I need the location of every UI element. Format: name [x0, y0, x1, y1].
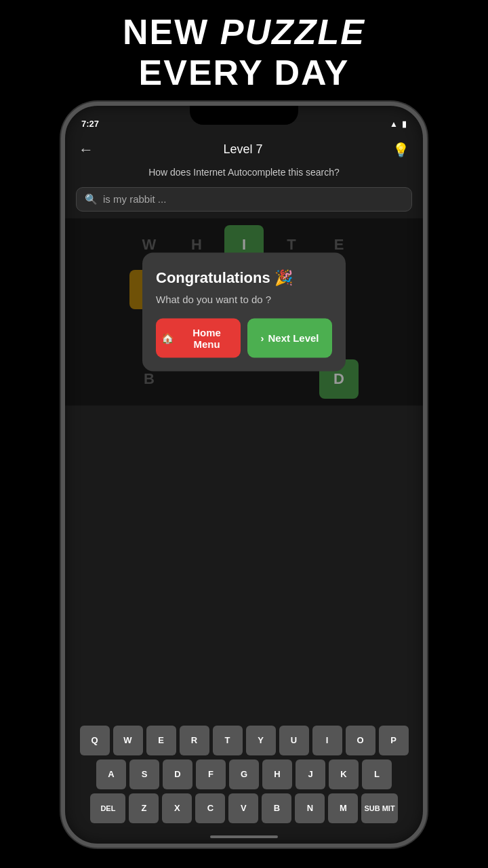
- keyboard-row-1: Q W E R T Y U I O P: [70, 726, 418, 755]
- status-icons: ▲ ▮: [390, 119, 407, 129]
- home-button-label: Home Menu: [178, 326, 235, 349]
- key-w[interactable]: W: [113, 726, 143, 755]
- home-menu-button[interactable]: 🏠 Home Menu: [156, 318, 241, 357]
- keyboard: Q W E R T Y U I O P A S D F G H J K L: [65, 726, 423, 823]
- search-text: is my rabbit ...: [103, 193, 166, 205]
- level-title: Level 7: [223, 142, 262, 157]
- congratulations-modal: Congratulations 🎉 What do you want to do…: [142, 252, 346, 371]
- key-e[interactable]: E: [146, 726, 176, 755]
- key-c[interactable]: C: [195, 793, 225, 823]
- key-z[interactable]: Z: [129, 793, 159, 823]
- key-del[interactable]: DEL: [90, 793, 125, 823]
- key-k[interactable]: K: [329, 760, 359, 789]
- key-r[interactable]: R: [180, 726, 209, 755]
- key-u[interactable]: U: [279, 726, 309, 755]
- modal-buttons: 🏠 Home Menu › Next Level: [156, 318, 332, 357]
- chevron-right-icon: ›: [260, 332, 264, 344]
- key-q[interactable]: Q: [80, 726, 110, 755]
- search-icon: 🔍: [85, 193, 98, 205]
- notch: [190, 106, 298, 125]
- key-b[interactable]: B: [262, 793, 291, 823]
- question-text: How does Internet Autocomplete this sear…: [65, 164, 423, 180]
- search-bar[interactable]: 🔍 is my rabbit ...: [76, 187, 412, 212]
- key-d[interactable]: D: [163, 760, 192, 789]
- key-y[interactable]: Y: [246, 726, 276, 755]
- key-n[interactable]: N: [295, 793, 325, 823]
- key-j[interactable]: J: [296, 760, 325, 789]
- back-button[interactable]: ←: [79, 141, 94, 159]
- key-s[interactable]: S: [129, 760, 159, 789]
- home-indicator: [210, 835, 278, 838]
- modal-title: Congratulations 🎉: [156, 269, 332, 286]
- wifi-icon: ▲: [390, 119, 398, 129]
- key-o[interactable]: O: [346, 726, 375, 755]
- battery-icon: ▮: [402, 119, 407, 129]
- home-icon: 🏠: [161, 332, 174, 344]
- key-x[interactable]: X: [162, 793, 192, 823]
- app-header: ← Level 7 💡: [65, 136, 423, 164]
- key-f[interactable]: F: [196, 760, 226, 789]
- key-h[interactable]: H: [262, 760, 292, 789]
- next-button-label: Next Level: [268, 332, 319, 344]
- key-a[interactable]: A: [96, 760, 126, 789]
- banner-line1-normal: NEW: [123, 12, 220, 52]
- modal-subtitle: What do you want to do ?: [156, 293, 332, 304]
- banner: NEW PUZZLE EVERY DAY: [0, 0, 488, 102]
- next-level-button[interactable]: › Next Level: [247, 318, 332, 357]
- key-m[interactable]: M: [328, 793, 358, 823]
- key-l[interactable]: L: [362, 760, 392, 789]
- phone-shell: 7:27 ▲ ▮ ← Level 7 💡 How does Internet A…: [61, 102, 427, 848]
- key-i[interactable]: I: [312, 726, 342, 755]
- status-time: 7:27: [81, 119, 99, 129]
- keyboard-row-2: A S D F G H J K L: [70, 760, 418, 789]
- key-t[interactable]: T: [213, 726, 243, 755]
- keyboard-row-3: DEL Z X C V B N M SUB MIT: [70, 793, 418, 823]
- banner-line1-bold: PUZZLE: [220, 12, 365, 52]
- letter-grid: W H I T E D Y I N G X X: [65, 218, 423, 406]
- key-v[interactable]: V: [228, 793, 258, 823]
- banner-line2: EVERY DAY: [0, 53, 488, 94]
- hint-button[interactable]: 💡: [392, 142, 409, 158]
- key-p[interactable]: P: [379, 726, 409, 755]
- key-submit[interactable]: SUB MIT: [361, 793, 397, 823]
- key-g[interactable]: G: [229, 760, 259, 789]
